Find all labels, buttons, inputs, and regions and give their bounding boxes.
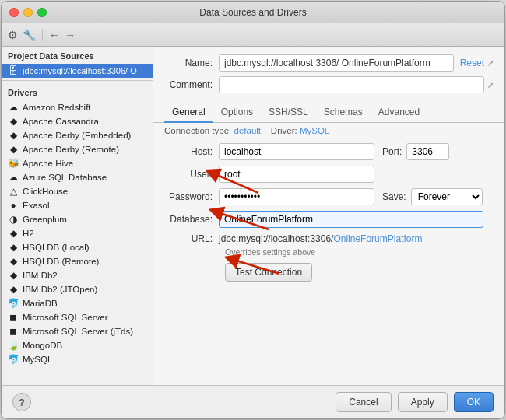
save-label: Save: <box>382 191 406 202</box>
amazon-redshift-icon: ☁ <box>8 102 19 113</box>
form-section: Host: Port: User: Password: <box>153 140 504 385</box>
clickhouse-icon: △ <box>8 186 19 197</box>
url-value: jdbc:mysql://localhost:3306/OnlineForumP… <box>219 233 422 244</box>
password-input[interactable] <box>219 188 374 205</box>
url-link[interactable]: OnlineForumPlatform <box>333 233 422 244</box>
host-row: Host: Port: <box>164 143 494 160</box>
right-panel: Name: Reset ⤢ Comment: ⤢ General Options… <box>153 47 504 385</box>
name-input[interactable] <box>219 54 454 72</box>
hsqldb-remote-label: HSQLDB (Remote) <box>23 257 99 266</box>
sidebar-item-mongodb[interactable]: 🍃MongoDB <box>2 338 153 352</box>
hsqldb-local-label: HSQLDB (Local) <box>23 243 90 252</box>
window-title: Data Sources and Drivers <box>199 7 306 18</box>
apache-hive-label: Apache Hive <box>23 159 73 168</box>
url-label: URL: <box>164 233 219 244</box>
tab-options[interactable]: Options <box>213 103 261 123</box>
database-label: Database: <box>164 214 219 225</box>
greenplum-label: Greenplum <box>23 215 67 224</box>
sidebar-item-clickhouse[interactable]: △ClickHouse <box>2 184 153 198</box>
microsoft-sql-server-label: Microsoft SQL Server <box>23 313 108 322</box>
sidebar-item-hsqldb-local[interactable]: ◆HSQLDB (Local) <box>2 240 153 254</box>
sidebar-item-selected-db[interactable]: 🗄 jdbc:mysql://localhost:3306/ O <box>2 64 153 78</box>
sidebar-item-apache-cassandra[interactable]: ◆Apache Cassandra <box>2 114 153 128</box>
host-input[interactable] <box>219 143 374 160</box>
gear-icon[interactable]: ⚙ <box>8 29 18 41</box>
comment-row: Comment: ⤢ <box>164 76 494 93</box>
tab-advanced[interactable]: Advanced <box>371 103 427 123</box>
back-icon[interactable]: ← <box>49 29 60 41</box>
sidebar-item-mariadb[interactable]: 🐬MariaDB <box>2 296 153 310</box>
sidebar-item-greenplum[interactable]: ◑Greenplum <box>2 212 153 226</box>
ibm-db2-icon: ◆ <box>8 270 19 281</box>
sidebar-item-azure-sql-database[interactable]: ☁Azure SQL Database <box>2 170 153 184</box>
close-button[interactable] <box>9 8 19 17</box>
tab-general[interactable]: General <box>164 103 213 123</box>
driver-label: Driver: <box>271 126 297 135</box>
save-select[interactable]: Forever Until restart Never <box>411 188 483 205</box>
maximize-button[interactable] <box>37 8 47 17</box>
url-note: Overrides settings above <box>225 247 494 257</box>
ok-button[interactable]: OK <box>454 392 494 412</box>
sidebar-item-exasol[interactable]: ●Exasol <box>2 198 153 212</box>
sidebar-item-mysql[interactable]: 🐬MySQL <box>2 352 153 366</box>
tabs-bar: General Options SSH/SSL Schemas Advanced <box>153 103 504 123</box>
expand-icon[interactable]: ⤢ <box>487 59 494 68</box>
wrench-icon[interactable]: 🔧 <box>23 29 36 41</box>
selected-db-label: jdbc:mysql://localhost:3306/ O <box>23 66 137 75</box>
sidebar: Project Data Sources 🗄 jdbc:mysql://loca… <box>2 47 153 385</box>
drivers-section-title: Drivers <box>2 83 153 100</box>
drivers-list: ☁Amazon Redshift◆Apache Cassandra◆Apache… <box>2 100 153 385</box>
cancel-button[interactable]: Cancel <box>336 392 391 412</box>
sidebar-divider <box>2 80 153 81</box>
comment-label: Comment: <box>164 79 219 90</box>
reset-link[interactable]: Reset <box>460 58 484 68</box>
user-input[interactable] <box>219 166 374 183</box>
comment-expand-icon[interactable]: ⤢ <box>487 81 494 89</box>
titlebar: Data Sources and Drivers <box>2 2 504 23</box>
sidebar-item-microsoft-sql-server[interactable]: ◼Microsoft SQL Server <box>2 310 153 324</box>
test-connection-button[interactable]: Test Connection <box>225 263 312 282</box>
sidebar-item-microsoft-sql-server-jtds[interactable]: ◼Microsoft SQL Server (jTds) <box>2 324 153 338</box>
sidebar-item-amazon-redshift[interactable]: ☁Amazon Redshift <box>2 100 153 114</box>
name-row: Name: Reset ⤢ <box>164 54 494 72</box>
toolbar-separator <box>42 29 43 41</box>
driver-value[interactable]: MySQL <box>300 126 329 135</box>
minimize-button[interactable] <box>23 8 33 17</box>
user-label: User: <box>164 169 219 180</box>
apache-derby-embedded-icon: ◆ <box>8 130 19 141</box>
database-input[interactable] <box>219 211 483 228</box>
exasol-icon: ● <box>8 200 19 211</box>
mariadb-label: MariaDB <box>23 299 58 308</box>
toolbar: ⚙ 🔧 ← → <box>2 23 504 47</box>
footer-buttons: Cancel Apply OK <box>336 392 494 412</box>
connection-type-value[interactable]: default <box>234 126 262 135</box>
footer: ? Cancel Apply OK <box>2 385 504 418</box>
port-label: Port: <box>382 146 402 157</box>
tab-schemas[interactable]: Schemas <box>316 103 371 123</box>
port-input[interactable] <box>406 143 449 160</box>
sidebar-item-apache-derby-embedded[interactable]: ◆Apache Derby (Embedded) <box>2 128 153 142</box>
sidebar-item-hsqldb-remote[interactable]: ◆HSQLDB (Remote) <box>2 254 153 268</box>
sidebar-item-apache-derby-remote[interactable]: ◆Apache Derby (Remote) <box>2 142 153 156</box>
help-button[interactable]: ? <box>12 393 31 411</box>
apply-button[interactable]: Apply <box>398 392 448 412</box>
sidebar-item-apache-hive[interactable]: 🐝Apache Hive <box>2 156 153 170</box>
connection-info: Connection type: default Driver: MySQL <box>153 123 504 140</box>
apache-derby-remote-label: Apache Derby (Remote) <box>23 145 119 154</box>
hsqldb-remote-icon: ◆ <box>8 256 19 267</box>
mariadb-icon: 🐬 <box>8 298 19 309</box>
greenplum-icon: ◑ <box>8 214 19 225</box>
mongodb-label: MongoDB <box>23 341 62 350</box>
project-section-title: Project Data Sources <box>2 47 153 64</box>
forward-icon[interactable]: → <box>65 29 76 41</box>
sidebar-item-ibm-db2-jtopen[interactable]: ◆IBM Db2 (JTOpen) <box>2 282 153 296</box>
sidebar-item-h2[interactable]: ◆H2 <box>2 226 153 240</box>
sidebar-item-ibm-db2[interactable]: ◆IBM Db2 <box>2 268 153 282</box>
comment-input[interactable] <box>219 76 484 93</box>
host-label: Host: <box>164 146 219 157</box>
tab-ssh-ssl[interactable]: SSH/SSL <box>261 103 316 123</box>
ibm-db2-label: IBM Db2 <box>23 271 58 280</box>
save-group: Save: Forever Until restart Never <box>382 188 483 205</box>
main-content: Project Data Sources 🗄 jdbc:mysql://loca… <box>2 47 504 385</box>
microsoft-sql-server-jtds-icon: ◼ <box>8 326 19 337</box>
